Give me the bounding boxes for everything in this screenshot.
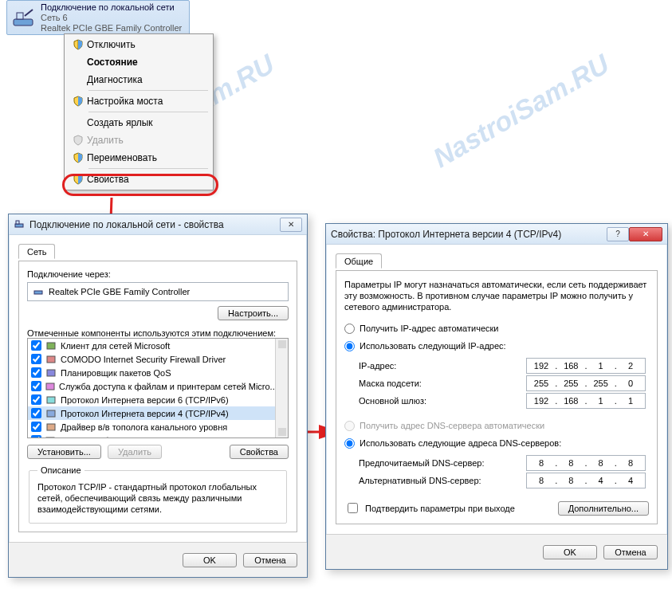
description-group: Описание Протокол TCP/IP - стандартный п… bbox=[29, 465, 287, 524]
component-icon bbox=[45, 354, 57, 365]
ok-button[interactable]: OK bbox=[183, 553, 237, 567]
component-icon bbox=[45, 422, 57, 433]
connect-via-label: Подключение через: bbox=[27, 269, 289, 279]
ip-input[interactable]: 192.168.1.2 bbox=[526, 358, 646, 374]
adapter-icon bbox=[10, 2, 36, 33]
radio-label: Использовать следующие адреса DNS-сервер… bbox=[360, 438, 561, 448]
list-item[interactable]: Планировщик пакетов QoS bbox=[28, 366, 288, 379]
dns1-label: Предпочитаемый DNS-сервер: bbox=[359, 458, 520, 468]
components-label: Отмеченные компоненты используются этим … bbox=[27, 328, 289, 338]
item-checkbox[interactable] bbox=[31, 381, 41, 391]
help-button[interactable]: ? bbox=[607, 227, 629, 241]
dns2-label: Альтернативный DNS-сервер: bbox=[359, 476, 520, 485]
menu-bridge[interactable]: Настройка моста bbox=[66, 92, 211, 110]
item-checkbox[interactable] bbox=[31, 408, 41, 418]
list-item[interactable]: Протокол Интернета версии 4 (TCP/IPv4) bbox=[28, 406, 288, 420]
component-icon bbox=[45, 394, 57, 406]
svg-rect-12 bbox=[47, 410, 55, 417]
svg-rect-11 bbox=[47, 397, 55, 403]
menu-shortcut[interactable]: Создать ярлык bbox=[66, 114, 211, 131]
ipv4-intro: Параметры IP могут назначаться автоматич… bbox=[344, 279, 649, 312]
checkbox-label: Подтвердить параметры при выходе bbox=[365, 504, 515, 513]
list-item[interactable]: Протокол Интернета версии 6 (TCP/IPv6) bbox=[28, 393, 288, 406]
network-adapter-tile[interactable]: Подключение по локальной сети Сеть 6 Rea… bbox=[6, 0, 190, 35]
list-item[interactable]: COMODO Internet Security Firewall Driver bbox=[28, 352, 288, 366]
scrollbar[interactable] bbox=[275, 339, 288, 437]
item-checkbox[interactable] bbox=[31, 367, 41, 378]
menu-rename[interactable]: Переименовать bbox=[66, 149, 211, 167]
menu-diagnostics[interactable]: Диагностика bbox=[66, 71, 211, 88]
ok-button[interactable]: OK bbox=[543, 545, 597, 559]
radio-label: Получить IP-адрес автоматически bbox=[360, 324, 498, 333]
component-icon bbox=[45, 435, 56, 439]
cancel-button[interactable]: Отмена bbox=[243, 553, 297, 567]
configure-button[interactable]: Настроить... bbox=[218, 306, 289, 320]
gateway-input[interactable]: 192.168.1.1 bbox=[526, 393, 646, 409]
dialog-title: Свойства: Протокол Интернета версии 4 (T… bbox=[331, 229, 602, 240]
properties-button[interactable]: Свойства bbox=[230, 445, 289, 459]
description-text: Протокол TCP/IP - стандартный протокол г… bbox=[37, 481, 278, 515]
component-icon bbox=[45, 367, 57, 379]
context-menu: Отключить Состояние Диагностика Настройк… bbox=[64, 33, 214, 190]
list-item[interactable]: Ответчик обнаружения топологии канальног… bbox=[28, 434, 288, 438]
adapter-field: Realtek PCIe GBE Family Controller bbox=[27, 282, 289, 301]
mask-input[interactable]: 255.255.255.0 bbox=[526, 375, 646, 391]
mask-label: Маска подсети: bbox=[359, 379, 520, 388]
menu-label: Диагностика bbox=[87, 74, 143, 85]
nic-icon bbox=[14, 218, 25, 231]
cancel-button[interactable]: Отмена bbox=[603, 545, 658, 559]
list-item[interactable]: Драйвер в/в тополога канального уровня bbox=[28, 420, 288, 434]
item-checkbox[interactable] bbox=[31, 354, 41, 364]
watermark: NastroiSam.RU bbox=[428, 49, 615, 175]
advanced-button[interactable]: Дополнительно... bbox=[558, 501, 649, 516]
connection-properties-dialog: Подключение по локальной сети - свойства… bbox=[8, 214, 308, 578]
item-label: Драйвер в/в тополога канального уровня bbox=[61, 422, 227, 432]
item-checkbox[interactable] bbox=[31, 394, 41, 405]
menu-disable[interactable]: Отключить bbox=[66, 36, 211, 53]
radio-manual-ip[interactable]: Использовать следующий IP-адрес: bbox=[344, 338, 649, 354]
svg-rect-6 bbox=[34, 291, 42, 294]
components-list[interactable]: Клиент для сетей MicrosoftCOMODO Interne… bbox=[27, 338, 289, 438]
shield-icon bbox=[69, 174, 87, 185]
menu-properties[interactable]: Свойства bbox=[66, 171, 211, 188]
svg-rect-9 bbox=[47, 370, 55, 376]
list-item[interactable]: Служба доступа к файлам и принтерам сете… bbox=[28, 379, 288, 393]
svg-rect-7 bbox=[47, 343, 55, 349]
description-title: Описание bbox=[37, 465, 84, 475]
svg-rect-1 bbox=[17, 13, 23, 19]
menu-label: Удалить bbox=[87, 135, 124, 146]
close-button[interactable]: ✕ bbox=[280, 218, 302, 232]
radio-auto-ip[interactable]: Получить IP-адрес автоматически bbox=[344, 320, 649, 336]
menu-label: Отключить bbox=[87, 39, 136, 50]
menu-label: Переименовать bbox=[87, 152, 157, 163]
item-checkbox[interactable] bbox=[31, 422, 41, 432]
radio-manual-dns[interactable]: Использовать следующие адреса DNS-сервер… bbox=[344, 435, 649, 451]
radio-label: Получить адрес DNS-сервера автоматически bbox=[360, 421, 544, 430]
radio-label: Использовать следующий IP-адрес: bbox=[360, 341, 506, 351]
menu-status[interactable]: Состояние bbox=[66, 53, 211, 71]
install-button[interactable]: Установить... bbox=[27, 445, 101, 459]
dialog-title: Подключение по локальной сети - свойства bbox=[29, 219, 275, 230]
dns1-input[interactable]: 8.8.8.8 bbox=[526, 455, 646, 471]
confirm-on-exit-checkbox[interactable]: Подтвердить параметры при выходе bbox=[344, 500, 515, 516]
component-icon bbox=[45, 381, 56, 392]
component-icon bbox=[45, 340, 57, 351]
menu-delete: Удалить bbox=[66, 131, 211, 149]
svg-rect-10 bbox=[46, 383, 54, 390]
list-item[interactable]: Клиент для сетей Microsoft bbox=[28, 339, 288, 352]
item-label: Клиент для сетей Microsoft bbox=[61, 341, 170, 351]
tab-general[interactable]: Общие bbox=[336, 253, 382, 269]
menu-label: Создать ярлык bbox=[87, 117, 153, 128]
svg-rect-5 bbox=[16, 221, 19, 224]
tab-network[interactable]: Сеть bbox=[18, 244, 55, 259]
shield-icon bbox=[69, 96, 87, 107]
item-checkbox[interactable] bbox=[31, 435, 41, 438]
item-checkbox[interactable] bbox=[31, 340, 41, 351]
menu-label: Свойства bbox=[87, 174, 129, 185]
item-label: COMODO Internet Security Firewall Driver bbox=[61, 355, 226, 364]
shield-icon bbox=[69, 135, 87, 146]
svg-rect-0 bbox=[14, 19, 33, 26]
ip-label: IP-адрес: bbox=[359, 361, 520, 371]
dns2-input[interactable]: 8.8.4.4 bbox=[526, 473, 646, 488]
close-button[interactable]: ✕ bbox=[629, 227, 662, 241]
